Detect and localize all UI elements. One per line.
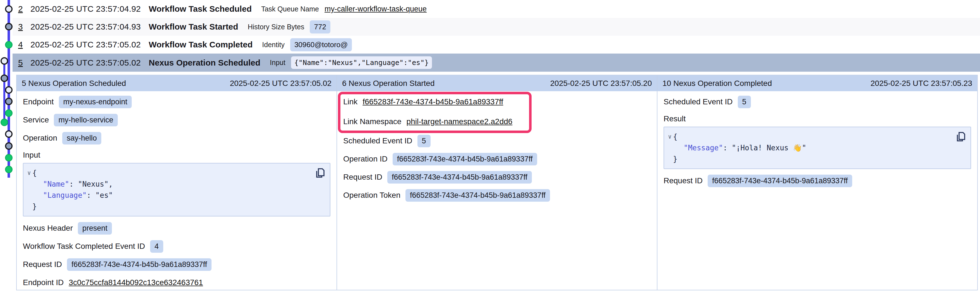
event-row-5-selected[interactable]: 5 2025-02-25 UTC 23:57:05.02 Nexus Opera… bbox=[13, 54, 980, 72]
field-value-badge[interactable]: my-hello-service bbox=[54, 114, 118, 126]
collapse-chevron-icon[interactable]: ∨ bbox=[27, 170, 31, 176]
collapse-chevron-icon[interactable]: ∨ bbox=[668, 134, 671, 140]
field-request-id: Request ID f665283f-743e-4374-b45b-9a61a… bbox=[343, 171, 651, 183]
event-attr-badge[interactable]: {"Name":"Nexus","Language":"es"} bbox=[291, 56, 432, 69]
panel-header: 6 Nexus Operation Started 2025-02-25 UTC… bbox=[337, 75, 657, 91]
field-label: Nexus Header bbox=[23, 224, 73, 233]
timeline-node-completed-icon bbox=[5, 166, 13, 173]
event-id-link[interactable]: 5 bbox=[18, 58, 30, 67]
panel-timestamp: 2025-02-25 UTC 23:57:05.23 bbox=[870, 79, 972, 88]
event-row-2[interactable]: 2 2025-02-25 UTC 23:57:04.92 Workflow Ta… bbox=[13, 0, 980, 18]
field-link-namespace: Link Namespace phil-target-namespace2.a2… bbox=[343, 116, 651, 128]
input-section-label: Input bbox=[23, 150, 330, 160]
link-value[interactable]: f665283f-743e-4374-b45b-9a61a89337ff bbox=[363, 97, 503, 106]
field-operation-token: Operation Token f665283f-743e-4374-b45b-… bbox=[343, 189, 651, 202]
field-value-badge[interactable]: f665283f-743e-4374-b45b-9a61a89337ff bbox=[387, 171, 532, 184]
code-line: "Language": "es" bbox=[24, 190, 313, 201]
event-attr-badge[interactable]: 30960@totoro@ bbox=[290, 38, 352, 51]
panel-body: Scheduled Event ID 5 Result ∨ { "Message… bbox=[657, 91, 977, 197]
field-value-badge[interactable]: 5 bbox=[738, 96, 751, 108]
field-label: Link Namespace bbox=[343, 117, 401, 126]
field-value-badge[interactable]: my-nexus-endpoint bbox=[59, 96, 132, 108]
field-value-badge[interactable]: 4 bbox=[150, 240, 163, 253]
copy-icon[interactable] bbox=[955, 131, 966, 143]
event-id-link[interactable]: 4 bbox=[18, 40, 30, 49]
timeline-node-neutral-icon bbox=[5, 98, 13, 105]
panel-nexus-operation-scheduled: 5 Nexus Operation Scheduled 2025-02-25 U… bbox=[17, 75, 337, 290]
event-row-4[interactable]: 4 2025-02-25 UTC 23:57:05.02 Workflow Ta… bbox=[13, 36, 980, 54]
field-nexus-header: Nexus Header present bbox=[23, 222, 330, 234]
field-operation-id: Operation ID f665283f-743e-4374-b45b-9a6… bbox=[343, 153, 651, 165]
timeline-node-neutral-icon bbox=[5, 142, 13, 150]
event-row-3[interactable]: 3 2025-02-25 UTC 23:57:04.93 Workflow Ta… bbox=[13, 18, 980, 36]
event-name: Workflow Task Completed bbox=[149, 40, 253, 49]
field-value-badge[interactable]: present bbox=[78, 222, 112, 235]
panel-nexus-operation-completed: 10 Nexus Operation Completed 2025-02-25 … bbox=[657, 75, 977, 290]
event-attr-label: History Size Bytes bbox=[248, 23, 304, 31]
timeline-node-open-icon bbox=[5, 130, 13, 138]
field-endpoint: Endpoint my-nexus-endpoint bbox=[23, 96, 330, 108]
input-json-codeblock: ∨ { "Name": "Nexus", "Language": "es" } bbox=[23, 163, 330, 216]
timeline-node-open-icon bbox=[5, 86, 13, 94]
panel-title: 10 Nexus Operation Completed bbox=[662, 79, 772, 88]
timeline-node-completed-icon bbox=[0, 119, 8, 126]
panel-title: 5 Nexus Operation Scheduled bbox=[22, 79, 126, 88]
field-link: Link f665283f-743e-4374-b45b-9a61a89337f… bbox=[343, 96, 651, 108]
field-label: Scheduled Event ID bbox=[663, 97, 733, 106]
panel-header: 10 Nexus Operation Completed 2025-02-25 … bbox=[657, 75, 977, 91]
field-label: Scheduled Event ID bbox=[343, 137, 412, 145]
timeline-node-completed-icon bbox=[5, 41, 13, 49]
event-detail-container: 5 Nexus Operation Scheduled 2025-02-25 U… bbox=[16, 75, 978, 290]
code-line: "Message": "¡Hola! Nexus 👋" bbox=[664, 142, 954, 153]
event-attr-label: Input bbox=[270, 59, 285, 67]
field-label: Endpoint bbox=[23, 97, 54, 106]
event-attr-label: Identity bbox=[262, 41, 285, 49]
field-request-id: Request ID f665283f-743e-4374-b45b-9a61a… bbox=[23, 258, 330, 270]
event-timestamp: 2025-02-25 UTC 23:57:05.02 bbox=[30, 58, 149, 67]
code-line: { bbox=[664, 131, 954, 142]
field-value-badge[interactable]: f665283f-743e-4374-b45b-9a61a89337ff bbox=[708, 175, 852, 187]
event-id-link[interactable]: 2 bbox=[18, 4, 30, 14]
field-request-id: Request ID f665283f-743e-4374-b45b-9a61a… bbox=[663, 175, 971, 187]
timeline-rail-branch bbox=[3, 62, 5, 124]
code-line: } bbox=[24, 201, 313, 212]
result-section-label: Result bbox=[663, 114, 971, 124]
event-timestamp: 2025-02-25 UTC 23:57:04.93 bbox=[30, 22, 149, 32]
field-service: Service my-hello-service bbox=[23, 114, 330, 126]
timeline-node-open-icon bbox=[5, 5, 13, 13]
event-timestamp: 2025-02-25 UTC 23:57:05.02 bbox=[30, 40, 149, 49]
timeline-node-completed-icon bbox=[5, 154, 13, 162]
panel-body: Link f665283f-743e-4374-b45b-9a61a89337f… bbox=[337, 91, 657, 212]
event-timestamp: 2025-02-25 UTC 23:57:04.92 bbox=[30, 4, 149, 14]
event-attr-label: Task Queue Name bbox=[261, 5, 319, 13]
field-value-badge[interactable]: f665283f-743e-4374-b45b-9a61a89337ff bbox=[67, 258, 212, 271]
panel-title: 6 Nexus Operation Started bbox=[342, 79, 435, 88]
panel-header: 5 Nexus Operation Scheduled 2025-02-25 U… bbox=[17, 75, 337, 91]
event-name: Nexus Operation Scheduled bbox=[149, 58, 260, 67]
field-label: Request ID bbox=[663, 176, 703, 185]
code-line: } bbox=[664, 153, 954, 165]
field-value-badge[interactable]: say-hello bbox=[62, 132, 101, 145]
panel-body: Endpoint my-nexus-endpoint Service my-he… bbox=[17, 91, 337, 294]
code-line: { bbox=[24, 167, 313, 178]
timeline-node-completed-icon bbox=[5, 109, 13, 117]
field-value-badge[interactable]: 5 bbox=[417, 135, 431, 147]
timeline-node-neutral-icon bbox=[0, 75, 8, 82]
copy-icon[interactable] bbox=[315, 167, 325, 179]
timeline-node-open-icon bbox=[0, 57, 8, 65]
field-value-badge[interactable]: f665283f-743e-4374-b45b-9a61a89337ff bbox=[406, 189, 550, 202]
field-workflow-task-completed-event-id: Workflow Task Completed Event ID 4 bbox=[23, 240, 330, 253]
event-attr-badge[interactable]: 772 bbox=[310, 21, 330, 33]
link-namespace-link[interactable]: phil-target-namespace2.a2dd6 bbox=[407, 117, 512, 126]
field-label: Request ID bbox=[343, 173, 382, 181]
panel-timestamp: 2025-02-25 UTC 23:57:05.02 bbox=[230, 79, 331, 88]
panel-timestamp: 2025-02-25 UTC 23:57:05.20 bbox=[550, 79, 652, 88]
field-label: Operation ID bbox=[343, 154, 388, 164]
field-value-badge[interactable]: f665283f-743e-4374-b45b-9a61a89337ff bbox=[393, 153, 537, 165]
event-name: Workflow Task Scheduled bbox=[149, 4, 252, 14]
endpoint-id-link[interactable]: 3c0c75ccfa8144b092c13ce632463761 bbox=[68, 278, 203, 287]
event-name: Workflow Task Started bbox=[149, 22, 238, 32]
field-operation: Operation say-hello bbox=[23, 132, 330, 144]
event-id-link[interactable]: 3 bbox=[18, 22, 30, 32]
task-queue-link[interactable]: my-caller-workflow-task-queue bbox=[325, 5, 426, 13]
